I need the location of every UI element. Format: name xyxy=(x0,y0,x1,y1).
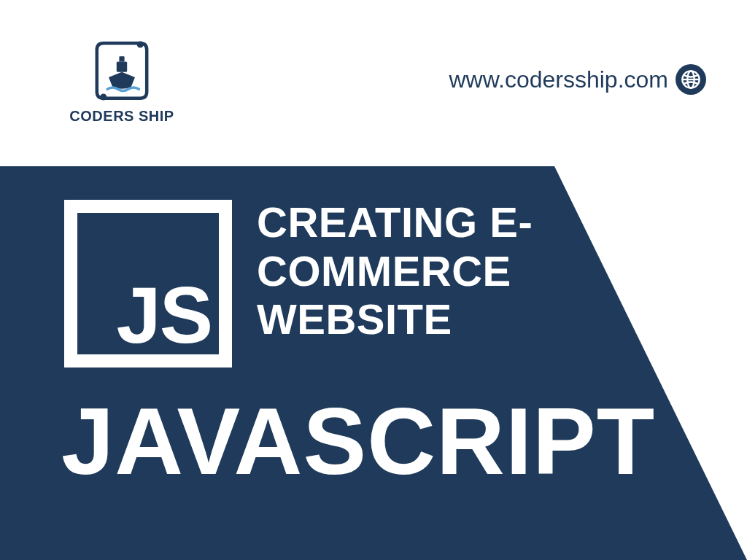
svg-point-0 xyxy=(137,42,144,48)
subtitle-line-1: CREATING E- xyxy=(257,198,533,247)
ship-logo-icon xyxy=(60,38,184,104)
subtitle-line-2: COMMERCE xyxy=(257,247,533,296)
brand-logo-block: CODERS SHIP xyxy=(60,38,184,125)
js-logo-box: JS xyxy=(64,200,232,368)
subtitle-line-3: WEBSITE xyxy=(257,295,533,344)
hero-title: JAVASCRIPT xyxy=(61,394,655,489)
brand-name: CODERS SHIP xyxy=(60,108,184,125)
js-badge-text: JS xyxy=(116,281,212,349)
globe-icon xyxy=(676,64,706,95)
hero-subtitle: CREATING E- COMMERCE WEBSITE xyxy=(257,198,533,344)
promo-card: CODERS SHIP www.codersship.com JS CREATI… xyxy=(0,0,747,560)
svg-point-1 xyxy=(100,94,107,101)
svg-rect-3 xyxy=(119,56,124,61)
svg-rect-2 xyxy=(117,61,127,71)
hero-panel: JS CREATING E- COMMERCE WEBSITE JAVASCRI… xyxy=(0,166,747,560)
website-url: www.codersship.com xyxy=(449,66,668,93)
website-url-block: www.codersship.com xyxy=(449,64,706,95)
